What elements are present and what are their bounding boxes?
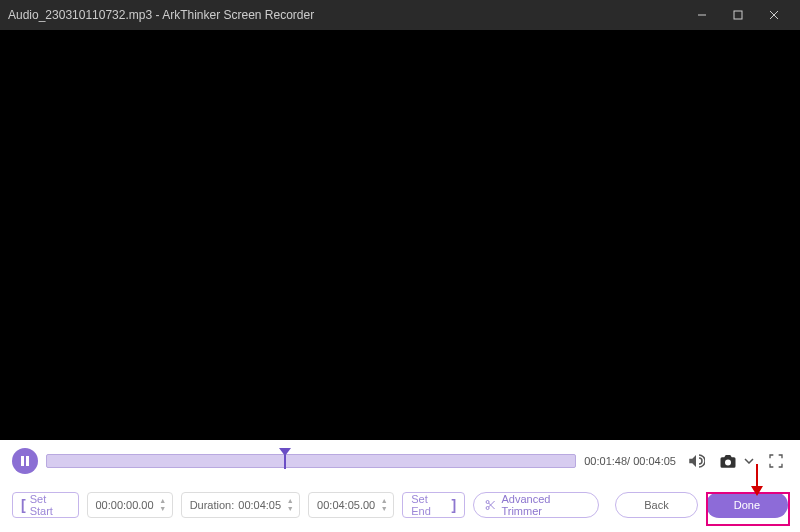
scissors-icon [484, 499, 497, 511]
video-preview-area [0, 30, 800, 440]
set-start-button[interactable]: [ Set Start [12, 492, 79, 518]
trim-controls: [ Set Start 00:00:00.00 ▲▼ Duration:00:0… [0, 482, 800, 528]
fullscreen-icon [768, 453, 784, 469]
start-time-stepper[interactable]: ▲▼ [158, 497, 168, 513]
end-time-stepper[interactable]: ▲▼ [379, 497, 389, 513]
titlebar: Audio_230310110732.mp3 - ArkThinker Scre… [0, 0, 800, 30]
advanced-trimmer-button[interactable]: Advanced Trimmer [473, 492, 599, 518]
total-time: 00:04:05 [633, 455, 676, 467]
camera-icon [719, 453, 737, 469]
duration-field[interactable]: Duration:00:04:05 ▲▼ [181, 492, 300, 518]
pause-icon [21, 456, 29, 466]
volume-button[interactable] [684, 449, 708, 473]
playback-controls: 00:01:48/ 00:04:05 [0, 440, 800, 482]
fullscreen-button[interactable] [764, 449, 788, 473]
time-display: 00:01:48/ 00:04:05 [584, 455, 676, 467]
svg-rect-1 [734, 11, 742, 19]
filename: Audio_230310110732.mp3 [8, 8, 152, 22]
bracket-left-icon: [ [21, 497, 26, 513]
close-button[interactable] [756, 0, 792, 30]
window-controls [684, 0, 792, 30]
maximize-button[interactable] [720, 0, 756, 30]
progress-bar[interactable] [46, 452, 576, 470]
volume-icon [687, 452, 705, 470]
screenshot-dropdown[interactable] [742, 449, 756, 473]
pause-button[interactable] [12, 448, 38, 474]
start-time-field[interactable]: 00:00:00.00 ▲▼ [87, 492, 173, 518]
bracket-right-icon: ] [452, 497, 457, 513]
done-button[interactable]: Done [706, 492, 788, 518]
back-button[interactable]: Back [615, 492, 697, 518]
current-time: 00:01:48 [584, 455, 627, 467]
duration-stepper[interactable]: ▲▼ [285, 497, 295, 513]
window-title: Audio_230310110732.mp3 - ArkThinker Scre… [8, 8, 684, 22]
end-time-field[interactable]: 00:04:05.00 ▲▼ [308, 492, 394, 518]
set-end-button[interactable]: Set End ] [402, 492, 465, 518]
screenshot-button[interactable] [716, 449, 740, 473]
svg-point-4 [725, 460, 731, 466]
minimize-button[interactable] [684, 0, 720, 30]
chevron-down-icon [744, 458, 754, 464]
app-name: ArkThinker Screen Recorder [162, 8, 314, 22]
